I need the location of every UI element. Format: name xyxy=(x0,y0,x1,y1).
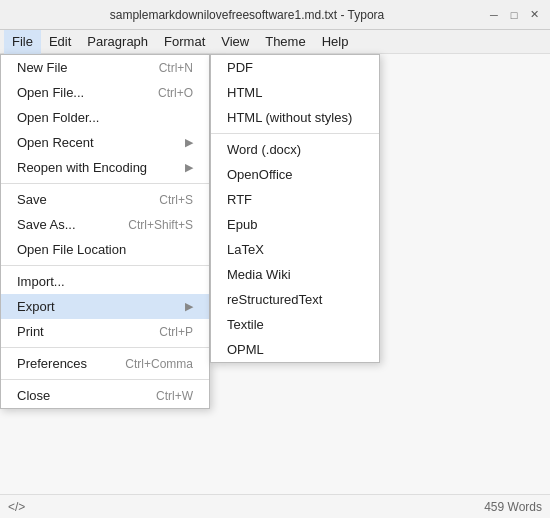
export-opml-label: OPML xyxy=(227,342,264,357)
menu-view[interactable]: View xyxy=(213,30,257,54)
menu-reopen-encoding[interactable]: Reopen with Encoding ▶ xyxy=(1,155,209,180)
open-file-shortcut: Ctrl+O xyxy=(158,86,193,100)
export-latex[interactable]: LaTeX xyxy=(211,237,379,262)
menu-import[interactable]: Import... xyxy=(1,269,209,294)
menu-edit[interactable]: Edit xyxy=(41,30,79,54)
export-html-no-styles-label: HTML (without styles) xyxy=(227,110,352,125)
open-folder-label: Open Folder... xyxy=(17,110,99,125)
reopen-encoding-arrow: ▶ xyxy=(185,161,193,174)
menu-open-file[interactable]: Open File... Ctrl+O xyxy=(1,80,209,105)
status-bar: </> 459 Words xyxy=(0,494,550,518)
menu-new-file[interactable]: New File Ctrl+N xyxy=(1,55,209,80)
export-word-label: Word (.docx) xyxy=(227,142,301,157)
preferences-label: Preferences xyxy=(17,356,87,371)
export-arrow: ▶ xyxy=(185,300,193,313)
export-opml[interactable]: OPML xyxy=(211,337,379,362)
export-textile-label: Textile xyxy=(227,317,264,332)
export-openoffice[interactable]: OpenOffice xyxy=(211,162,379,187)
export-html-label: HTML xyxy=(227,85,262,100)
word-count: 459 Words xyxy=(484,500,542,514)
export-mediawiki-label: Media Wiki xyxy=(227,267,291,282)
export-html[interactable]: HTML xyxy=(211,80,379,105)
minimize-button[interactable]: ─ xyxy=(486,7,502,23)
close-shortcut: Ctrl+W xyxy=(156,389,193,403)
export-submenu: PDF HTML HTML (without styles) Word (.do… xyxy=(210,54,380,363)
menu-open-recent[interactable]: Open Recent ▶ xyxy=(1,130,209,155)
menu-print[interactable]: Print Ctrl+P xyxy=(1,319,209,344)
menu-open-folder[interactable]: Open Folder... xyxy=(1,105,209,130)
export-pdf[interactable]: PDF xyxy=(211,55,379,80)
import-label: Import... xyxy=(17,274,65,289)
save-shortcut: Ctrl+S xyxy=(159,193,193,207)
close-button[interactable]: ✕ xyxy=(526,7,542,23)
separator-4 xyxy=(1,379,209,380)
new-file-label: New File xyxy=(17,60,68,75)
title-bar: samplemarkdownilovefreesoftware1.md.txt … xyxy=(0,0,550,30)
window-controls[interactable]: ─ □ ✕ xyxy=(486,7,542,23)
export-openoffice-label: OpenOffice xyxy=(227,167,293,182)
open-file-location-label: Open File Location xyxy=(17,242,126,257)
export-mediawiki[interactable]: Media Wiki xyxy=(211,262,379,287)
export-pdf-label: PDF xyxy=(227,60,253,75)
window-title: samplemarkdownilovefreesoftware1.md.txt … xyxy=(8,8,486,22)
menu-close[interactable]: Close Ctrl+W xyxy=(1,383,209,408)
export-textile[interactable]: Textile xyxy=(211,312,379,337)
export-label: Export xyxy=(17,299,55,314)
menu-bar: File Edit Paragraph Format View Theme He… xyxy=(0,30,550,54)
export-epub-label: Epub xyxy=(227,217,257,232)
separator-1 xyxy=(1,183,209,184)
export-html-no-styles[interactable]: HTML (without styles) xyxy=(211,105,379,130)
code-tag[interactable]: </> xyxy=(8,500,25,514)
export-latex-label: LaTeX xyxy=(227,242,264,257)
close-label: Close xyxy=(17,388,50,403)
status-left: </> xyxy=(8,500,25,514)
save-label: Save xyxy=(17,192,47,207)
menu-save[interactable]: Save Ctrl+S xyxy=(1,187,209,212)
reopen-encoding-label: Reopen with Encoding xyxy=(17,160,147,175)
menu-format[interactable]: Format xyxy=(156,30,213,54)
menu-export[interactable]: Export ▶ xyxy=(1,294,209,319)
export-rtf-label: RTF xyxy=(227,192,252,207)
separator-3 xyxy=(1,347,209,348)
menu-file[interactable]: File xyxy=(4,30,41,54)
print-shortcut: Ctrl+P xyxy=(159,325,193,339)
open-file-label: Open File... xyxy=(17,85,84,100)
save-as-label: Save As... xyxy=(17,217,76,232)
export-restructuredtext[interactable]: reStructuredText xyxy=(211,287,379,312)
menu-theme[interactable]: Theme xyxy=(257,30,313,54)
export-epub[interactable]: Epub xyxy=(211,212,379,237)
menu-open-file-location[interactable]: Open File Location xyxy=(1,237,209,262)
menu-paragraph[interactable]: Paragraph xyxy=(79,30,156,54)
separator-2 xyxy=(1,265,209,266)
export-rtf[interactable]: RTF xyxy=(211,187,379,212)
file-dropdown: New File Ctrl+N Open File... Ctrl+O Open… xyxy=(0,54,210,409)
open-recent-label: Open Recent xyxy=(17,135,94,150)
menu-save-as[interactable]: Save As... Ctrl+Shift+S xyxy=(1,212,209,237)
menu-preferences[interactable]: Preferences Ctrl+Comma xyxy=(1,351,209,376)
maximize-button[interactable]: □ xyxy=(506,7,522,23)
print-label: Print xyxy=(17,324,44,339)
new-file-shortcut: Ctrl+N xyxy=(159,61,193,75)
export-word[interactable]: Word (.docx) xyxy=(211,137,379,162)
save-as-shortcut: Ctrl+Shift+S xyxy=(128,218,193,232)
export-restructuredtext-label: reStructuredText xyxy=(227,292,322,307)
menu-help[interactable]: Help xyxy=(314,30,357,54)
preferences-shortcut: Ctrl+Comma xyxy=(125,357,193,371)
open-recent-arrow: ▶ xyxy=(185,136,193,149)
export-separator-1 xyxy=(211,133,379,134)
